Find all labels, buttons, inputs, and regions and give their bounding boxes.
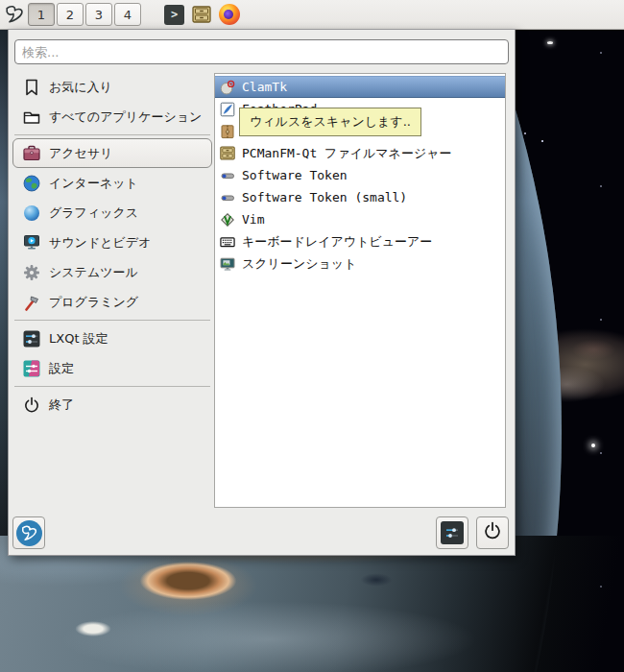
vim-icon	[220, 212, 235, 228]
token-icon	[220, 168, 235, 183]
terminal-launcher[interactable]: >	[164, 5, 184, 25]
lxqt-settings-icon	[441, 521, 464, 544]
tooltip: ウィルスをスキャンします..	[239, 108, 421, 136]
sidebar-item-label: プログラミング	[49, 294, 138, 311]
sidebar-item-settings[interactable]: 設定	[12, 353, 212, 383]
separator	[14, 386, 210, 387]
workspace-button-2[interactable]: 2	[57, 3, 84, 26]
app-item-vim[interactable]: Vim	[215, 208, 505, 230]
sidebar-item-leave[interactable]: 終了	[12, 390, 212, 420]
sidebar-item-label: グラフィックス	[49, 204, 138, 222]
power-icon	[23, 396, 40, 414]
sidebar-item-programming[interactable]: プログラミング	[12, 287, 212, 317]
file-manager-drawer-icon	[192, 6, 211, 23]
menu-settings-button[interactable]	[436, 516, 468, 549]
search-input[interactable]	[14, 39, 509, 64]
sidebar-item-label: お気に入り	[49, 79, 112, 96]
workspace-button-4[interactable]: 4	[114, 3, 141, 26]
sidebar-item-system-tools[interactable]: システムツール	[12, 257, 212, 287]
app-item-software-token-small[interactable]: Software Token (small)	[215, 186, 505, 208]
sidebar-item-label: LXQt 設定	[49, 330, 108, 348]
separator	[14, 134, 210, 135]
app-item-keyboard-layout-viewer[interactable]: キーボードレイアウトビューアー	[215, 230, 505, 252]
sidebar-item-graphics[interactable]: グラフィックス	[12, 198, 212, 228]
lxqt-logo-icon	[16, 520, 42, 546]
app-item-label: Software Token (small)	[242, 190, 407, 204]
sidebar-item-internet[interactable]: インターネット	[12, 168, 212, 198]
app-item-label: Vim	[242, 212, 264, 227]
menu-logo-button[interactable]	[12, 516, 45, 549]
workspace-button-1[interactable]: 1	[28, 3, 55, 26]
firefox-launcher[interactable]	[219, 4, 240, 25]
app-item-label: Software Token	[242, 168, 348, 182]
sidebar-item-lxqt-settings[interactable]: LXQt 設定	[12, 324, 212, 353]
app-item-label: ClamTk	[242, 80, 287, 94]
sidebar-item-label: すべてのアプリケーション	[49, 108, 202, 126]
featherpad-icon	[220, 102, 235, 117]
terminal-icon: >	[171, 8, 178, 21]
clamtk-icon	[220, 80, 235, 95]
token-icon	[220, 190, 235, 205]
application-list: ClamTk FeatherPad	[214, 73, 506, 508]
settings-sliders-icon	[23, 360, 40, 377]
screen: 1 2 3 4 > お気に入り	[0, 0, 624, 672]
menu-power-button[interactable]	[476, 516, 509, 549]
app-item-screenshot[interactable]: スクリーンショット	[215, 252, 505, 275]
sidebar-item-label: システムツール	[49, 264, 138, 281]
power-icon	[483, 521, 502, 544]
folder-icon	[23, 108, 40, 126]
tools-icon	[23, 294, 40, 311]
bright-star	[591, 444, 595, 447]
sidebar-item-accessories[interactable]: アクセサリ	[12, 138, 212, 168]
keyboard-icon	[220, 234, 235, 250]
toolbox-icon	[23, 145, 40, 162]
app-item-label: PCManFM-Qt ファイルマネージャー	[242, 145, 452, 162]
sidebar-item-label: 設定	[49, 360, 74, 377]
workspace-button-3[interactable]: 3	[85, 3, 112, 26]
sidebar-item-label: アクセサリ	[49, 145, 113, 162]
media-player-icon	[23, 234, 40, 252]
app-item-software-token[interactable]: Software Token	[215, 164, 505, 186]
sidebar-item-label: 終了	[49, 396, 74, 414]
app-item-label: キーボードレイアウトビューアー	[242, 233, 432, 251]
category-list: お気に入り すべてのアプリケーション アクセサリ	[12, 72, 212, 420]
globe-icon	[23, 175, 40, 192]
file-manager-drawer-icon	[220, 146, 235, 161]
bookmark-icon	[23, 79, 40, 96]
sidebar-item-sound-video[interactable]: サウンドとビデオ	[12, 228, 212, 257]
lxqt-menu-button[interactable]	[3, 3, 26, 26]
sidebar-item-label: インターネット	[49, 175, 138, 192]
sidebar-item-favorites[interactable]: お気に入り	[12, 72, 212, 102]
file-manager-launcher[interactable]	[191, 4, 212, 25]
archive-icon	[220, 124, 235, 139]
app-item-clamtk[interactable]: ClamTk	[215, 76, 505, 98]
lxqt-bird-icon	[4, 4, 25, 25]
app-item-label: スクリーンショット	[242, 255, 356, 273]
sidebar-item-all-applications[interactable]: すべてのアプリケーション	[12, 102, 212, 132]
sphere-icon	[23, 204, 40, 222]
separator	[14, 320, 210, 321]
bright-star	[547, 41, 553, 44]
sidebar-item-label: サウンドとビデオ	[49, 234, 151, 252]
application-menu: お気に入り すべてのアプリケーション アクセサリ	[8, 29, 516, 556]
lxqt-settings-icon	[23, 330, 40, 348]
app-item-pcmanfm-qt[interactable]: PCManFM-Qt ファイルマネージャー	[215, 142, 505, 164]
gear-icon	[23, 264, 40, 281]
jupiter-surface	[0, 536, 624, 672]
screenshot-icon	[220, 256, 235, 272]
top-panel: 1 2 3 4 >	[0, 0, 624, 30]
